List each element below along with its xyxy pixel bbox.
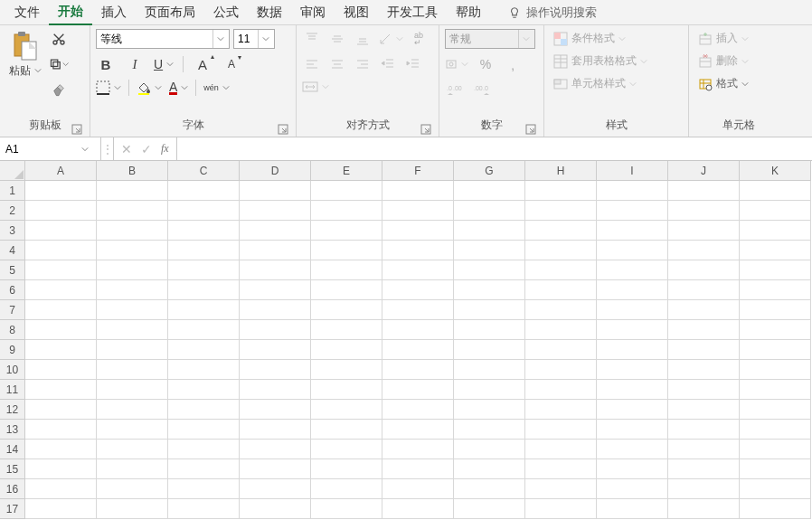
bold-button[interactable]: B (96, 54, 116, 74)
decrease-indent-button[interactable] (378, 54, 398, 74)
decrease-font-button[interactable]: A▾ (222, 54, 241, 74)
column-header[interactable]: C (168, 161, 240, 181)
align-top-button[interactable] (302, 29, 322, 49)
cell[interactable] (597, 499, 668, 519)
row-header[interactable]: 15 (0, 459, 25, 479)
cell[interactable] (454, 201, 525, 221)
row-header[interactable]: 5 (0, 260, 25, 280)
cell[interactable] (311, 320, 382, 340)
cell[interactable] (740, 380, 811, 400)
align-bottom-button[interactable] (353, 29, 373, 49)
cell[interactable] (311, 340, 382, 360)
italic-button[interactable]: I (125, 54, 145, 74)
cell[interactable] (454, 340, 525, 360)
cell[interactable] (25, 260, 97, 280)
cell[interactable] (97, 221, 168, 241)
cell[interactable] (168, 400, 240, 420)
cell[interactable] (668, 360, 740, 380)
cell[interactable] (25, 440, 97, 459)
cell-styles-button[interactable]: 单元格样式 (550, 74, 640, 93)
font-size-dropdown[interactable] (258, 30, 272, 48)
cell[interactable] (97, 181, 168, 201)
cell[interactable] (525, 400, 597, 420)
border-button[interactable] (96, 80, 121, 95)
cell[interactable] (25, 479, 97, 499)
cell[interactable] (25, 340, 97, 360)
conditional-format-button[interactable]: 条件格式 (550, 29, 629, 48)
row-header[interactable]: 17 (0, 499, 25, 519)
cell[interactable] (454, 280, 525, 300)
cell[interactable] (311, 221, 382, 241)
cell[interactable] (168, 420, 240, 440)
tell-me-search[interactable]: 操作说明搜索 (508, 5, 597, 21)
increase-decimal-button[interactable]: .0.00 (445, 80, 465, 99)
cell[interactable] (97, 380, 168, 400)
cell[interactable] (382, 260, 454, 280)
cell[interactable] (168, 440, 240, 459)
cell[interactable] (454, 320, 525, 340)
cell[interactable] (668, 400, 740, 420)
cell[interactable] (597, 300, 668, 320)
cut-button[interactable] (49, 29, 69, 49)
cell[interactable] (597, 320, 668, 340)
column-header[interactable]: D (240, 161, 311, 181)
cell[interactable] (25, 380, 97, 400)
percent-button[interactable]: % (476, 54, 496, 74)
cell[interactable] (25, 499, 97, 519)
tab-insert[interactable]: 插入 (92, 1, 136, 24)
cell[interactable] (740, 459, 811, 479)
tab-page-layout[interactable]: 页面布局 (136, 1, 204, 24)
cell[interactable] (668, 499, 740, 519)
tab-view[interactable]: 视图 (335, 1, 378, 24)
column-header[interactable]: G (454, 161, 525, 181)
cell[interactable] (382, 320, 454, 340)
cell[interactable] (454, 260, 525, 280)
cell[interactable] (525, 181, 597, 201)
cell[interactable] (97, 320, 168, 340)
cell[interactable] (597, 400, 668, 420)
cell[interactable] (597, 420, 668, 440)
cell[interactable] (454, 380, 525, 400)
cell[interactable] (525, 340, 597, 360)
font-name-combo[interactable] (96, 29, 230, 49)
tab-formulas[interactable]: 公式 (204, 1, 248, 24)
cell[interactable] (525, 260, 597, 280)
cell[interactable] (382, 221, 454, 241)
column-header[interactable]: H (525, 161, 597, 181)
cell[interactable] (168, 340, 240, 360)
font-size-input[interactable] (234, 33, 258, 45)
copy-button[interactable] (49, 54, 69, 74)
cell[interactable] (25, 241, 97, 260)
cell[interactable] (597, 260, 668, 280)
cell[interactable] (168, 380, 240, 400)
cell[interactable] (97, 241, 168, 260)
cell[interactable] (668, 181, 740, 201)
format-cells-button[interactable]: 格式 (694, 74, 752, 93)
cell[interactable] (97, 280, 168, 300)
cell[interactable] (454, 221, 525, 241)
cell[interactable] (25, 320, 97, 340)
font-size-combo[interactable] (233, 29, 275, 49)
cell[interactable] (597, 459, 668, 479)
cell[interactable] (740, 201, 811, 221)
cell[interactable] (240, 181, 311, 201)
phonetic-button[interactable]: wén (203, 83, 230, 92)
underline-button[interactable]: U (154, 57, 174, 71)
name-box[interactable] (0, 137, 101, 160)
increase-font-button[interactable]: A▴ (193, 54, 212, 74)
cancel-formula-button[interactable]: ✕ (121, 142, 132, 156)
cell[interactable] (25, 280, 97, 300)
cell[interactable] (525, 420, 597, 440)
cell[interactable] (454, 440, 525, 459)
cell[interactable] (597, 360, 668, 380)
cell[interactable] (168, 499, 240, 519)
cell[interactable] (168, 300, 240, 320)
row-header[interactable]: 4 (0, 241, 25, 260)
cell[interactable] (525, 440, 597, 459)
cell[interactable] (740, 360, 811, 380)
cell[interactable] (311, 400, 382, 420)
tab-review[interactable]: 审阅 (291, 1, 335, 24)
cell[interactable] (597, 340, 668, 360)
row-header[interactable]: 11 (0, 380, 25, 400)
dialog-launcher-icon[interactable] (278, 124, 288, 135)
